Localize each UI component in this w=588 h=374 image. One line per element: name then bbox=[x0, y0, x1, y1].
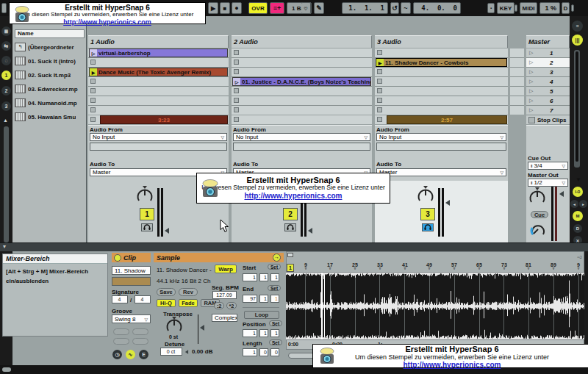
session-scrollbar[interactable] bbox=[574, 50, 580, 168]
input-channel-chooser[interactable] bbox=[376, 143, 506, 151]
sample-box-icon[interactable]: ∿ bbox=[126, 350, 135, 359]
fade-button[interactable]: Fade bbox=[179, 299, 198, 307]
draw-mode-button[interactable]: ✎ bbox=[314, 2, 324, 14]
master-out-chooser[interactable]: ‖1/2▽ bbox=[528, 179, 568, 187]
clip-stop-button[interactable] bbox=[90, 107, 96, 112]
gain-slider[interactable] bbox=[198, 314, 198, 344]
track3-fader-handle[interactable] bbox=[445, 200, 450, 206]
track-stop-button[interactable] bbox=[377, 117, 382, 122]
list-item[interactable]: 01. Suck It (Intro) bbox=[15, 56, 85, 66]
arrangement-position-display[interactable]: 1. 1. 1 bbox=[342, 2, 388, 14]
scene-row-1[interactable]: ▷1 bbox=[526, 48, 570, 58]
clip-justice-dance[interactable]: ▷ 01. Justice - D.A.N.C.E. (Boys Noize's… bbox=[232, 77, 371, 86]
list-item[interactable]: 04. Numanoid.mp bbox=[15, 98, 85, 108]
midi-map-button[interactable]: MIDI bbox=[520, 2, 537, 14]
device-browser-icon[interactable]: ≣ bbox=[1, 26, 11, 36]
master-fader-handle[interactable] bbox=[559, 191, 564, 197]
set-start-button[interactable]: Set bbox=[268, 264, 281, 270]
detune-field[interactable]: 0 ct bbox=[160, 348, 182, 356]
clip-stop-button[interactable] bbox=[377, 88, 382, 93]
end-bars-field[interactable]: 97 bbox=[243, 295, 257, 303]
set-position-button[interactable]: Set bbox=[269, 320, 282, 326]
scene-row-5[interactable]: ▷5 bbox=[526, 87, 570, 96]
clip-stop-button[interactable] bbox=[90, 60, 96, 65]
browser-scroll-up-icon[interactable]: ▲ bbox=[3, 118, 8, 123]
signature-numerator[interactable]: 4 bbox=[112, 295, 128, 303]
clip-play-icon[interactable]: ▶ bbox=[90, 68, 97, 76]
tap-button-edge[interactable] bbox=[1, 3, 7, 13]
loop-start-marker[interactable]: 1 bbox=[287, 264, 294, 272]
length-bars-field[interactable]: 1 bbox=[243, 348, 257, 356]
hiq-button[interactable]: Hi-Q bbox=[157, 299, 176, 307]
input-type-chooser[interactable]: No Input▽ bbox=[90, 133, 227, 141]
play-button[interactable]: ▶ bbox=[208, 2, 218, 14]
clip-stop-button[interactable] bbox=[234, 50, 239, 55]
record-button[interactable]: ● bbox=[232, 2, 242, 14]
key-map-button[interactable]: KEY bbox=[497, 2, 514, 14]
clip-play-icon[interactable]: ▷ bbox=[90, 49, 97, 57]
end-beats-field[interactable]: 1 bbox=[259, 295, 268, 303]
signature-denominator[interactable]: 4 bbox=[135, 295, 151, 303]
envelope-box-icon[interactable]: E bbox=[139, 350, 148, 359]
save-button[interactable]: Save bbox=[157, 288, 176, 296]
input-channel-chooser[interactable] bbox=[90, 143, 227, 151]
clip-box-header[interactable]: Clip bbox=[112, 253, 151, 262]
gain-value[interactable]: 0.00 dB bbox=[192, 348, 212, 355]
scene-row-2[interactable]: ▷2 bbox=[526, 58, 570, 68]
position-sixteenths-field[interactable]: 1 bbox=[270, 329, 279, 337]
stop-clips-button[interactable]: Stop Clips bbox=[526, 115, 570, 124]
cue-volume-knob[interactable] bbox=[529, 220, 547, 238]
punch-switch-icon[interactable]: ~ bbox=[401, 2, 411, 14]
end-sixteenths-field[interactable]: 1 bbox=[270, 295, 279, 303]
track3-cue-button[interactable] bbox=[422, 223, 434, 231]
browser-scrollbar[interactable] bbox=[4, 126, 9, 242]
position-beats-field[interactable]: 1 bbox=[259, 329, 268, 337]
hotswap-icon[interactable]: ◌ bbox=[1, 56, 11, 65]
hyperionics-link[interactable]: http://www.hyperionics.com bbox=[313, 361, 588, 369]
scene-row-3[interactable]: ▷3 bbox=[526, 68, 570, 77]
track1-volume-fader[interactable] bbox=[157, 188, 163, 237]
warp-mode-chooser[interactable]: Complex▽ bbox=[212, 314, 237, 322]
show-mixer-toggle[interactable]: M bbox=[573, 211, 583, 221]
pan-knob[interactable] bbox=[416, 185, 435, 204]
input-channel-chooser[interactable] bbox=[233, 143, 370, 151]
track-header-2[interactable]: 2 Audio bbox=[232, 35, 372, 48]
loop-switch-icon[interactable]: ↺ bbox=[390, 2, 399, 14]
status-bar-grip[interactable] bbox=[2, 367, 11, 372]
output-type-chooser[interactable]: Master▽ bbox=[376, 168, 506, 176]
launch-box-icon[interactable]: ◷ bbox=[112, 350, 122, 359]
track2-fader-handle[interactable] bbox=[308, 228, 312, 234]
quantization-chevron[interactable]: ♡ bbox=[301, 2, 311, 14]
show-sends-toggle[interactable]: ◂ bbox=[570, 200, 578, 208]
view-splitter[interactable] bbox=[0, 242, 588, 251]
list-item[interactable]: 05. Hawaian Smu bbox=[15, 112, 85, 122]
session-view-toggle-icon[interactable]: ||| bbox=[572, 35, 583, 46]
master-track-header[interactable]: Master bbox=[526, 35, 570, 48]
hyperionics-link[interactable]: http://www.hyperionics.com bbox=[197, 192, 390, 200]
clip-shadow-dancer[interactable]: ▶ 11. Shadow Dancer - Cowbois bbox=[376, 58, 507, 67]
input-type-chooser[interactable]: No Input▽ bbox=[376, 133, 506, 141]
track1-fader-handle[interactable] bbox=[165, 228, 169, 234]
clip-name-field[interactable]: 11. Shadow bbox=[112, 266, 151, 275]
hotswap-sample-icon[interactable]: → bbox=[273, 253, 281, 262]
input-type-chooser[interactable]: No Input▽ bbox=[233, 133, 370, 141]
position-bars-field[interactable]: 1 bbox=[243, 329, 257, 337]
scene-row-7[interactable]: ▷7 bbox=[526, 106, 570, 115]
list-item[interactable]: 03. Edwrecker.mp bbox=[15, 84, 85, 94]
warp-button[interactable]: Warp bbox=[215, 265, 237, 273]
file-browser-3-icon[interactable]: 3 bbox=[1, 101, 11, 111]
set-length-button[interactable]: Set bbox=[269, 339, 282, 345]
list-item[interactable]: ↰ (Übergeordneter bbox=[15, 42, 85, 52]
file-browser-1-icon[interactable]: 1 bbox=[1, 71, 11, 80]
show-io-toggle[interactable]: I-O bbox=[573, 187, 583, 197]
loop-length-display[interactable]: 4. 0. 0 bbox=[413, 2, 461, 14]
double-tempo-button[interactable]: *2 bbox=[226, 302, 237, 309]
cue-out-chooser[interactable]: ‖3/4▽ bbox=[528, 162, 568, 170]
fold-arrow-icon[interactable]: ◅ bbox=[577, 253, 581, 260]
pan-knob[interactable] bbox=[135, 185, 154, 204]
track3-volume-fader[interactable] bbox=[438, 188, 444, 237]
clip-stop-button[interactable] bbox=[377, 50, 382, 55]
clip-stop-button[interactable] bbox=[377, 98, 382, 103]
clip-stop-button[interactable] bbox=[234, 107, 239, 112]
clip-color-chooser[interactable] bbox=[112, 277, 151, 286]
